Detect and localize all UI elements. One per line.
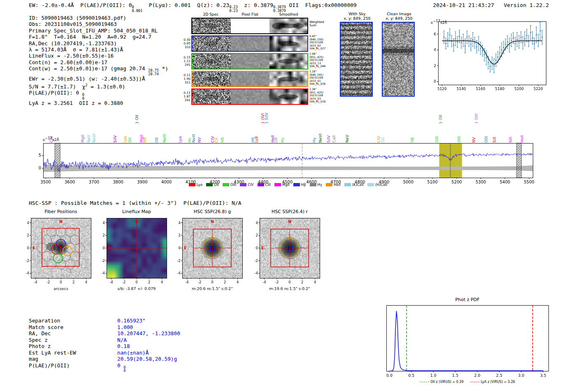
emission-line-label: } OII bbox=[135, 115, 139, 124]
withsky-title: With Sky bbox=[340, 12, 374, 16]
spectrum-legend: LyαOIIOIIICIVCIIIMgIIHβHγHeII(K)CaII(H)C… bbox=[132, 183, 444, 187]
spectrum-legend-item: (H)CaII bbox=[367, 183, 387, 187]
legend-swatch bbox=[240, 183, 246, 186]
photz-legend-item: LyA z (VIRUS) = 3.26 bbox=[470, 380, 515, 384]
fiber-row-annotation: 0.45" (849, 250) 20231108 v015_02 504_RL… bbox=[309, 35, 325, 51]
fiber-row-weights: 0.300.95310 bbox=[173, 38, 190, 49]
fiber-row-strip bbox=[191, 53, 308, 70]
info-line: λ = 5174.03Å σ = 7.81(±1.43)Å bbox=[29, 46, 168, 53]
spec2d-column-header: Smoothed bbox=[269, 12, 308, 16]
legend-swatch bbox=[344, 183, 351, 186]
info-line: RA,Dec (10.207419,-1.233763) bbox=[29, 40, 168, 46]
spectrum-legend-item: MgII bbox=[274, 183, 290, 187]
cutout-title: HSC SSP(26.8) g bbox=[177, 209, 247, 214]
weighted-sum-strip bbox=[191, 18, 308, 34]
legend-label: Hβ bbox=[301, 183, 306, 187]
legend-swatch bbox=[367, 183, 374, 186]
legend-label: OII z (VIRUS) = 0.39 bbox=[430, 380, 463, 384]
full-spectrum-plot bbox=[33, 140, 541, 187]
cutout-image-image bbox=[174, 215, 247, 290]
legend-label: Lyα bbox=[197, 183, 203, 187]
match-value: 1.000 bbox=[117, 324, 133, 331]
fiber-row-annotation: 1.06" (851, 425) 20231108 v015_13 504_RL… bbox=[309, 53, 325, 68]
timestamp-version: 2024-10-21 21:43:27 Version 1.22.2 bbox=[433, 2, 549, 8]
spectrum-legend-item: OIII bbox=[223, 183, 236, 187]
withsky-coords: x, y: 849, 250 bbox=[340, 16, 374, 21]
cutout-sublabel: m:19.6 re:1.5" s:0.2" bbox=[251, 286, 329, 291]
info-line: EWr = -2.30(±0.51) (w: -2.40(±0.53))Å bbox=[29, 76, 168, 82]
cutout-sublabel: s/b: -3.87 +/- 0.079 bbox=[98, 286, 176, 291]
legend-label: CIV bbox=[248, 183, 253, 187]
legend-swatch bbox=[293, 183, 300, 186]
emission-line-label: } SiIV bbox=[264, 113, 269, 124]
legend-label: Hγ bbox=[318, 183, 322, 187]
elixer-report-page: EW: -2.0±-0.4Å P(LAE)/P(OII): 000.001 P(… bbox=[0, 0, 576, 392]
match-row: Spec zN/A bbox=[29, 337, 180, 343]
cutout-sublabel: m:20.6 re:1.5" s:0.2" bbox=[173, 286, 251, 291]
match-row: Est LyA rest-EWnan(±nan)Å bbox=[29, 350, 180, 356]
fiber-row-strip bbox=[191, 35, 308, 52]
clean-image bbox=[383, 23, 414, 96]
legend-swatch bbox=[206, 183, 213, 186]
info-line: Cont(n) = 2.60(±0.00)e-17 bbox=[29, 59, 168, 65]
match-key: mag bbox=[29, 356, 117, 362]
spectrum-legend-item: Hβ bbox=[293, 183, 306, 187]
match-value: nan(±nan)Å bbox=[117, 350, 149, 356]
legend-swatch bbox=[274, 183, 281, 186]
match-row: Separation0.165923" bbox=[29, 318, 180, 324]
spectrum-legend-item: CIII bbox=[258, 183, 271, 187]
clean-coords: x, y: 849, 250 bbox=[382, 16, 416, 21]
match-row: RA, Dec10.207447, -1.233800 bbox=[29, 330, 180, 337]
match-value: 10.207447, -1.233800 bbox=[117, 330, 180, 337]
match-value: 0.18 bbox=[117, 343, 130, 350]
info-line: LineFlux = -2.50(±0.55)e-16 bbox=[29, 53, 168, 59]
spectrum-legend-item: HeII bbox=[326, 183, 341, 187]
spectrum-legend-item: CIV bbox=[240, 183, 253, 187]
info-line: ID: 5090019463 (5090019463.pdf) bbox=[29, 15, 168, 21]
emission-line-label: } OIII bbox=[474, 114, 478, 124]
legend-label: MgII bbox=[282, 183, 290, 187]
legend-label: OIII bbox=[230, 183, 236, 187]
match-key: Separation bbox=[29, 318, 117, 324]
cutout-sublabel: arcsecs bbox=[22, 286, 100, 291]
hsc-matches-header: HSC-SSP : Possible Matches = 1 (within +… bbox=[29, 200, 242, 206]
match-row: mag20.59(20.58,20.59)g bbox=[29, 356, 180, 362]
cutout-title: HSC SSP(26.4) r bbox=[255, 209, 325, 214]
match-key: RA, Dec bbox=[29, 330, 117, 337]
cutout-image-fiber bbox=[23, 215, 95, 290]
match-value: 0 00 bbox=[117, 362, 125, 373]
detection-info-block: ID: 5090019463 (5090019463.pdf)Obs: 2023… bbox=[29, 15, 168, 107]
fit-flux-units-label: e−17x2Å bbox=[431, 19, 447, 25]
cutout-title: Fiber Positions bbox=[26, 209, 96, 214]
spectrum-legend-item: Hγ bbox=[310, 183, 322, 187]
legend-label: HeII bbox=[334, 183, 341, 187]
line-fit-plot bbox=[426, 16, 549, 98]
legend-swatch bbox=[223, 183, 229, 186]
info-line: Cont(w) = 2.50(±0.01)e-17 (gmag 20.74 20… bbox=[29, 65, 168, 76]
withsky-image bbox=[341, 23, 372, 96]
weighted-sum-image bbox=[192, 19, 307, 33]
clean-frame bbox=[382, 22, 415, 97]
info-line: F=1.8" T=0.164 N=1.20 A=0.92 g=24.7 bbox=[29, 34, 168, 40]
match-key: Photo z bbox=[29, 343, 117, 350]
match-value: 0.165923" bbox=[117, 318, 146, 324]
clean-image-block: Clean Image x, y: 849, 250 bbox=[382, 12, 416, 97]
match-key: P(LAE)/P(OII) bbox=[29, 362, 117, 373]
legend-label: (H)CaII bbox=[375, 183, 387, 187]
withsky-frame bbox=[340, 22, 373, 97]
legend-label: (K)CaII bbox=[352, 183, 364, 187]
spectrum-legend-item: Lyα bbox=[189, 183, 203, 187]
fiber-row-image bbox=[192, 36, 307, 51]
match-row: P(LAE)/P(OII)0 00 bbox=[29, 362, 180, 373]
legend-swatch bbox=[189, 183, 195, 186]
photz-pdf-plot bbox=[385, 303, 550, 379]
fiber-row-image bbox=[192, 54, 307, 69]
match-row: Photo z0.18 bbox=[29, 343, 180, 350]
legend-swatch bbox=[326, 183, 332, 186]
cutout-image-image bbox=[252, 215, 324, 290]
cutout-title: Lineflux Map bbox=[102, 209, 172, 214]
emission-line-labels: CIIIMgIINeVNeVISiIVLyαOII} OIIMgIINVOIIN… bbox=[33, 98, 541, 143]
legend-label: CIII bbox=[265, 183, 271, 187]
spectrum-legend-item: (K)CaII bbox=[344, 183, 364, 187]
legend-label: OII bbox=[214, 183, 219, 187]
